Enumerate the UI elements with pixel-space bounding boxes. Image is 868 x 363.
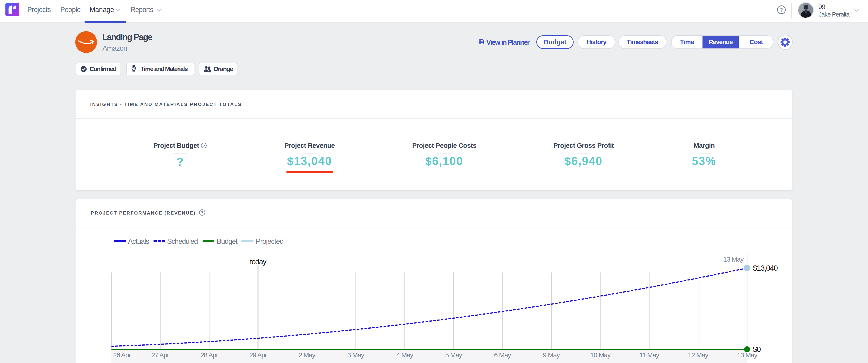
svg-text:13 May: 13 May: [737, 351, 757, 359]
svg-text:$: $: [133, 67, 134, 70]
svg-text:6 May: 6 May: [494, 351, 511, 359]
svg-text:?: ?: [780, 7, 783, 13]
svg-text:4 May: 4 May: [396, 351, 413, 359]
svg-text:27 Apr: 27 Apr: [151, 351, 169, 359]
svg-text:2 May: 2 May: [299, 351, 316, 359]
svg-text:5 May: 5 May: [445, 351, 462, 359]
svg-text:11 May: 11 May: [639, 351, 659, 359]
svg-text:28 Apr: 28 Apr: [200, 351, 218, 359]
svg-text:?: ?: [203, 144, 205, 147]
svg-text:29 Apr: 29 Apr: [249, 351, 267, 359]
svg-text:10 May: 10 May: [590, 351, 611, 359]
svg-text:13 May: 13 May: [723, 255, 744, 263]
svg-text:26 Apr: 26 Apr: [113, 351, 131, 359]
svg-text:today: today: [250, 257, 267, 266]
svg-text:$13,040: $13,040: [753, 264, 778, 272]
svg-text:?: ?: [201, 211, 203, 215]
svg-text:3 May: 3 May: [347, 351, 365, 359]
svg-text:12 May: 12 May: [688, 351, 708, 359]
svg-text:9 May: 9 May: [543, 351, 560, 359]
